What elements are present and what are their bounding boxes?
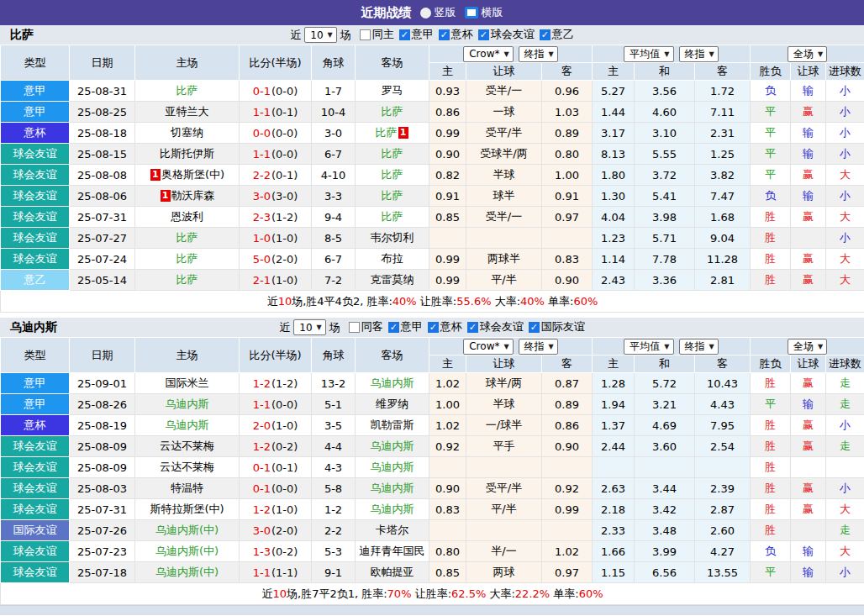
filter-checkbox[interactable]: 意杯 (428, 319, 462, 334)
filter-checkbox[interactable]: 国际友谊 (529, 319, 585, 334)
summary-stat-value: 40% (520, 295, 545, 308)
radio-icon-selected[interactable] (465, 7, 478, 18)
bookmaker-select[interactable]: Crow*▼ (463, 339, 513, 355)
handicap-away-odds: 0.91 (542, 186, 593, 207)
match-date: 25-09-01 (70, 373, 135, 394)
team-label: 乌迪内斯(中) (155, 566, 219, 578)
goals-result: 走 (826, 373, 864, 394)
radio-icon[interactable] (420, 8, 431, 18)
match-row: 意甲25-08-25亚特兰大1-1(0-1)10-4比萨0.86一球1.031.… (1, 102, 864, 123)
avg-away-odds: 4.43 (695, 394, 751, 415)
avg-away-odds: 2.54 (695, 436, 751, 457)
recent-results-page: 近期战绩 竖版 横版 比萨 近 10▼ 场 同主意甲意杯球会友谊意乙 (0, 0, 864, 615)
scope-select[interactable]: 全场▼ (788, 339, 827, 355)
filter-checkbox[interactable]: 意杯 (439, 27, 473, 42)
half-time-score: (0-0) (271, 148, 298, 161)
filter-checkbox[interactable]: 球会友谊 (478, 27, 535, 42)
col-header-score: 比分(半场) (240, 338, 312, 373)
filter-checkbox[interactable]: 意甲 (388, 319, 423, 334)
summary-stat-value: 55.6% (456, 295, 491, 308)
recent-count-select[interactable]: 10▼ (293, 319, 325, 335)
home-team-cell: 1奥格斯堡(中) (135, 165, 240, 186)
match-date: 25-08-09 (70, 436, 135, 457)
handicap-line: 受球半/两 (466, 144, 542, 165)
checkbox-unchecked-icon[interactable] (360, 29, 371, 40)
goals-result: 走 (826, 394, 864, 415)
checkbox-checked-icon[interactable] (399, 29, 410, 40)
checkbox-checked-icon[interactable] (467, 322, 478, 333)
filter-checkbox[interactable]: 同客 (349, 319, 383, 334)
league-filter-checkboxes: 同主意甲意杯球会友谊意乙 (355, 27, 574, 43)
summary-stat-value: 10 (278, 295, 292, 308)
handicap-away-odds: 0.83 (542, 249, 593, 270)
checkbox-checked-icon[interactable] (540, 29, 551, 40)
checkbox-checked-icon[interactable] (529, 322, 540, 333)
team-label: 乌迪内斯 (166, 398, 209, 410)
match-row: 意杯25-08-18切塞纳0-0(0-0)3-0比萨10.99受平/半0.893… (1, 123, 864, 144)
away-team-cell: 比萨1 (356, 123, 429, 144)
handicap-line (466, 228, 542, 249)
filter-checkbox[interactable]: 同主 (360, 27, 394, 42)
match-date: 25-07-18 (70, 562, 135, 583)
recent-count-select[interactable]: 10▼ (304, 27, 336, 43)
sub-header-avg-home: 主 (593, 63, 635, 81)
avg-draw-odds: 3.36 (635, 270, 695, 291)
red-card-badge: 1 (161, 190, 171, 202)
handicap-line: 受半/一 (466, 81, 542, 102)
sub-header-avg-home: 主 (593, 355, 635, 373)
handicap-line: 一/球半 (466, 415, 542, 436)
final-odds-select[interactable]: 终指▼ (519, 46, 558, 62)
home-team-cell: 云达不莱梅 (135, 436, 240, 457)
col-header-date: 日期 (70, 45, 135, 81)
handicap-away-odds: 0.97 (542, 207, 593, 228)
avg-home-odds: 1.80 (593, 165, 635, 186)
filter-checkbox[interactable]: 球会友谊 (467, 319, 524, 334)
final-odds-select-2[interactable]: 终指▼ (679, 46, 719, 62)
handicap-home-odds: 0.86 (429, 102, 466, 123)
average-select[interactable]: 平均值▼ (624, 46, 673, 62)
half-time-score: (2-0) (271, 253, 298, 266)
league-type-cell: 球会友谊 (1, 228, 70, 249)
handicap-line: 平/半 (466, 270, 542, 291)
team-label: 特温特 (171, 482, 203, 494)
avg-home-odds: 1.66 (593, 541, 635, 562)
final-odds-select[interactable]: 终指▼ (519, 339, 558, 355)
average-select[interactable]: 平均值▼ (624, 339, 673, 355)
score-cell: 1-2(1-0) (240, 499, 312, 520)
half-time-score: (1-2) (271, 211, 298, 224)
checkbox-label: 球会友谊 (480, 319, 524, 334)
checkbox-checked-icon[interactable] (439, 29, 450, 40)
team-label: 克雷莫纳 (371, 273, 414, 286)
half-time-score: (1-2) (271, 377, 298, 390)
scope-select[interactable]: 全场▼ (788, 46, 827, 62)
goals-result: 小 (826, 562, 864, 583)
league-type-cell: 球会友谊 (1, 144, 70, 165)
horizontal-layout-radio[interactable]: 横版 (465, 5, 503, 20)
match-date: 25-07-27 (70, 228, 135, 249)
final-odds-select-2[interactable]: 终指▼ (679, 339, 719, 355)
bookmaker-select[interactable]: Crow*▼ (463, 46, 513, 62)
home-team-cell: 比萨 (135, 270, 240, 291)
filter-checkbox[interactable]: 意乙 (540, 27, 574, 42)
checkbox-unchecked-icon[interactable] (349, 322, 360, 333)
corner-cell: 13-2 (312, 373, 356, 394)
full-time-score: 5-0 (253, 253, 271, 266)
vertical-layout-radio[interactable]: 竖版 (420, 5, 456, 20)
team-label: 乌迪内斯(中) (155, 524, 219, 536)
full-time-score: 0-1 (253, 461, 271, 474)
avg-home-odds: 1.28 (593, 373, 635, 394)
handicap-home-odds: 0.90 (429, 478, 466, 499)
score-cell: 2-2(0-1) (240, 165, 312, 186)
checkbox-checked-icon[interactable] (388, 322, 399, 333)
avg-draw-odds: 4.60 (635, 102, 695, 123)
chevron-down-icon: ▼ (818, 50, 823, 58)
checkbox-label: 同客 (361, 319, 383, 334)
checkbox-checked-icon[interactable] (478, 29, 489, 40)
match-date: 25-08-18 (70, 123, 135, 144)
handicap-result: 输 (791, 562, 826, 583)
filter-checkbox[interactable]: 意甲 (399, 27, 434, 42)
match-date: 25-08-15 (70, 144, 135, 165)
checkbox-checked-icon[interactable] (428, 322, 439, 333)
avg-draw-odds: 5.41 (635, 186, 695, 207)
corner-cell: 10-4 (312, 102, 356, 123)
